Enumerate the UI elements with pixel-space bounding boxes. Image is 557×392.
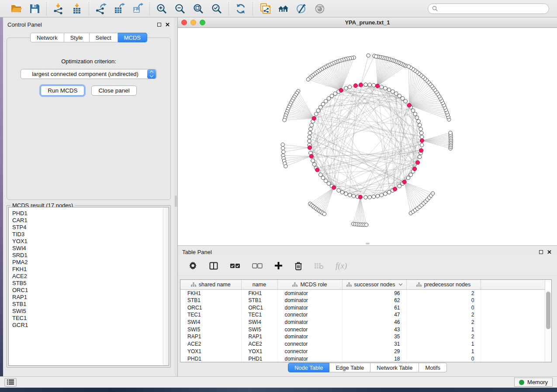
network-hub-node[interactable]	[402, 180, 406, 184]
network-edge[interactable]	[341, 58, 348, 90]
network-node[interactable]	[333, 92, 337, 96]
network-node[interactable]	[420, 143, 424, 147]
network-leaf-node[interactable]	[374, 55, 378, 58]
network-node[interactable]	[337, 189, 341, 193]
column-header-name[interactable]: name	[241, 280, 277, 289]
network-node[interactable]	[417, 120, 421, 124]
mcds-result-item[interactable]: PHD1	[12, 210, 165, 217]
tab-network-table[interactable]: Network Table	[370, 363, 419, 372]
export-image-button[interactable]	[131, 3, 144, 15]
table-row[interactable]: PHD1PHD1dominator180	[180, 355, 545, 362]
network-node[interactable]	[380, 85, 384, 89]
network-node[interactable]	[413, 112, 417, 116]
network-edge[interactable]	[321, 188, 334, 212]
mcds-result-item[interactable]: GCR1	[12, 322, 165, 329]
vertical-splitter[interactable]	[174, 17, 177, 376]
network-node[interactable]	[364, 83, 368, 87]
mcds-result-item[interactable]: STB1	[12, 301, 165, 308]
network-from-selection-button[interactable]	[259, 3, 271, 15]
splitter-handle[interactable]	[175, 196, 177, 207]
cell-succ[interactable]: 43	[342, 326, 406, 333]
table-row[interactable]: SWI5SWI5connector431	[180, 326, 545, 333]
column-header-shared-name[interactable]: shared name	[180, 280, 241, 289]
cell-pred[interactable]: 2	[406, 333, 481, 340]
tab-mcds[interactable]: MCDS	[118, 33, 147, 42]
tab-motifs[interactable]: Motifs	[419, 363, 447, 372]
cell-role[interactable]: dominator	[277, 304, 342, 311]
network-leaf-node[interactable]	[283, 118, 286, 122]
open-session-button[interactable]	[10, 3, 22, 15]
column-header-MCDS-role[interactable]: MCDS role	[277, 280, 342, 289]
network-hub-node[interactable]	[416, 161, 420, 165]
cell-role[interactable]: dominator	[277, 333, 342, 340]
network-edge[interactable]	[377, 60, 392, 86]
memory-button[interactable]: Memory	[514, 378, 553, 387]
mcds-result-item[interactable]: STP4	[12, 224, 165, 231]
network-node[interactable]	[344, 86, 348, 90]
network-node[interactable]	[391, 89, 395, 93]
network-leaf-node[interactable]	[367, 54, 370, 57]
cell-pred[interactable]: 1	[406, 348, 481, 355]
horizontal-splitter-handle[interactable]	[366, 243, 370, 244]
cell-role[interactable]: connector	[277, 340, 342, 348]
network-node[interactable]	[324, 179, 328, 183]
cell-pred[interactable]: 2	[406, 311, 481, 319]
network-node[interactable]	[415, 116, 419, 120]
mcds-result-item[interactable]: SWI4	[12, 245, 165, 252]
network-hub-node[interactable]	[332, 186, 336, 189]
cell-name[interactable]: TEC1	[241, 311, 277, 319]
cell-name[interactable]: FKH1	[241, 289, 277, 297]
network-node[interactable]	[384, 86, 387, 90]
cell-name[interactable]: ORC1	[241, 304, 277, 311]
network-hub-node[interactable]	[308, 146, 311, 150]
network-node[interactable]	[344, 192, 348, 196]
float-panel-icon[interactable]	[157, 23, 161, 27]
mcds-result-item[interactable]: CAR1	[12, 217, 165, 224]
zoom-fit-button[interactable]	[192, 3, 204, 15]
cell-shared[interactable]: STB1	[180, 297, 241, 304]
network-hub-node[interactable]	[353, 83, 357, 87]
network-leaf-node[interactable]	[322, 212, 326, 216]
hide-visual-mapping-button[interactable]	[295, 3, 308, 15]
delete-table-button[interactable]	[314, 260, 324, 272]
cell-name[interactable]: PHD1	[241, 355, 277, 362]
network-edge[interactable]	[376, 56, 377, 86]
mcds-result-item[interactable]: TEC1	[12, 315, 165, 322]
cell-shared[interactable]: YOX1	[180, 348, 241, 355]
network-node[interactable]	[404, 99, 408, 103]
cell-role[interactable]: dominator	[277, 355, 342, 362]
cell-succ[interactable]: 29	[342, 348, 406, 355]
zoom-out-button[interactable]	[174, 3, 186, 15]
network-node[interactable]	[418, 123, 422, 127]
network-node[interactable]	[318, 173, 322, 177]
mcds-result-item[interactable]: SRD1	[12, 252, 165, 259]
cell-name[interactable]: ACE2	[241, 340, 277, 348]
tab-select[interactable]: Select	[90, 33, 118, 42]
mcds-result-item[interactable]: FKH1	[12, 266, 165, 273]
cell-succ[interactable]: 96	[342, 289, 406, 297]
network-canvas[interactable]	[178, 28, 557, 245]
network-edge[interactable]	[315, 188, 334, 208]
network-hub-node[interactable]	[420, 138, 424, 142]
table-settings-button[interactable]	[188, 260, 197, 272]
mcds-result-item[interactable]: YOX1	[12, 238, 165, 245]
network-leaf-node[interactable]	[449, 131, 452, 134]
network-node[interactable]	[327, 182, 331, 186]
network-node[interactable]	[411, 109, 415, 113]
mcds-result-item[interactable]: ORC1	[12, 287, 165, 294]
cell-pred[interactable]: 1	[406, 340, 481, 348]
mcds-result-item[interactable]: STB5	[12, 280, 165, 287]
cell-role[interactable]: connector	[277, 326, 342, 333]
network-node[interactable]	[314, 112, 318, 116]
network-edge[interactable]	[291, 103, 314, 119]
network-node[interactable]	[330, 94, 334, 98]
network-node[interactable]	[398, 184, 401, 188]
network-node[interactable]	[311, 159, 315, 163]
network-edge[interactable]	[361, 56, 374, 85]
cell-succ[interactable]: 18	[342, 355, 406, 362]
column-header-successor-nodes[interactable]: successor nodes	[342, 280, 406, 289]
network-edge[interactable]	[409, 66, 409, 105]
network-edge[interactable]	[318, 188, 334, 210]
network-node[interactable]	[387, 88, 391, 92]
network-node[interactable]	[394, 92, 398, 96]
